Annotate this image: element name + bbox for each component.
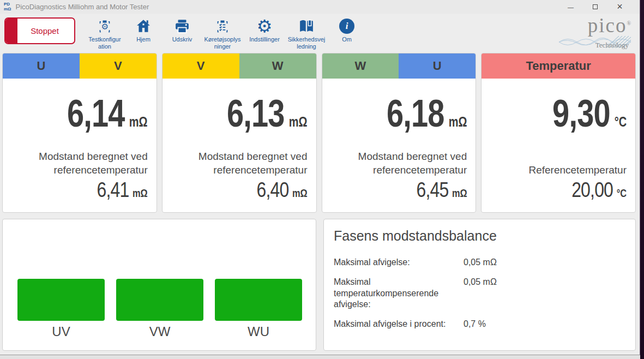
phase-resistance-balance-panel: Fasens modstandsbalance Maksimal afvigel… — [323, 219, 636, 351]
resistance-value: 6,14 — [67, 92, 125, 135]
resistance-value: 6,13 — [227, 92, 285, 135]
clipboard-gear-icon: ⚙ — [97, 17, 112, 35]
balance-rows: Maksimal afvigelse: 0,05 mΩ Maksimal tem… — [334, 257, 625, 330]
toolbar-label: Udskriv — [172, 36, 192, 43]
card-description: Modstand beregnet ved referencetemperatu… — [169, 148, 308, 177]
phase-label-u: U — [399, 53, 476, 79]
bar-group-uv: UV — [17, 279, 105, 339]
reference-temperature-value: 20,00 — [571, 178, 613, 202]
toolbar-label: Indstillinger — [249, 36, 280, 43]
toolbar-item-hjem[interactable]: Hjem — [126, 17, 161, 50]
toolbar-item-sikkerhedsvejledning[interactable]: Sikkerhedsvejledning — [287, 17, 326, 50]
card-body: 6,18mΩ Modstand beregnet ved referencete… — [322, 79, 476, 212]
resistance-unit: mΩ — [289, 114, 308, 130]
printer-icon — [174, 17, 190, 35]
status-stopped-button[interactable]: Stoppet — [4, 17, 75, 44]
logo-tagline: Technology — [562, 41, 632, 50]
window-bottom-edge — [0, 355, 640, 359]
reference-resistance-unit: mΩ — [133, 187, 148, 200]
bar-uv — [17, 279, 105, 321]
measurement-cards: U V 6,14mΩ Modstand beregnet ved referen… — [2, 53, 636, 213]
balance-row-label: Maksimal afvigelse: — [334, 257, 464, 268]
registered-mark: ® — [627, 20, 632, 26]
bar-vw — [116, 279, 203, 321]
app-icon-line2: mΩ — [4, 7, 11, 11]
toolbar-label: Sikkerhedsvejledning — [287, 36, 326, 50]
balance-row-value: 0,05 mΩ — [464, 277, 625, 310]
bar-label-uv: UV — [52, 324, 70, 339]
bar-label-wu: WU — [248, 324, 269, 339]
balance-row-value: 0,7 % — [464, 319, 625, 330]
status-label: Stoppet — [31, 26, 59, 35]
temperature-value: 9,30 — [552, 92, 610, 135]
app-icon: PD mΩ — [4, 2, 11, 11]
phase-label-u: U — [3, 53, 80, 79]
minimize-icon: — — [568, 4, 574, 10]
balance-row-value: 0,05 mΩ — [464, 257, 625, 268]
card-body: 6,14mΩ Modstand beregnet ved referencete… — [3, 79, 157, 212]
phase-label-w: W — [239, 53, 316, 79]
card-body: 9,30°C Referencetemperatur 20,00°C — [482, 79, 635, 212]
pico-technology-logo: pico® Technology — [562, 15, 632, 50]
balance-row-label: Maksimal temperaturkompenserende afvigel… — [334, 277, 464, 310]
bar-chart: UV VW WU — [17, 279, 302, 339]
toolbar-label: Testkonfiguration — [87, 36, 122, 50]
maximize-button[interactable] — [583, 0, 607, 14]
close-button[interactable]: × — [607, 0, 632, 14]
phase-card-uv: U V 6,14mΩ Modstand beregnet ved referen… — [2, 53, 157, 213]
reference-resistance-unit: mΩ — [452, 187, 467, 200]
card-description: Modstand beregnet ved referencetemperatu… — [329, 148, 467, 177]
window-title: PicoDiagnostics Milliohm and Motor Teste… — [16, 3, 149, 11]
minimize-button[interactable]: — — [558, 0, 583, 14]
bar-label-vw: VW — [149, 324, 171, 339]
toolbar-item-udskriv[interactable]: Udskriv — [165, 17, 200, 50]
bottom-panels: UV VW WU Fasens modstandsbalance Maksima… — [2, 219, 636, 351]
reference-resistance-value: 6,45 — [416, 178, 448, 202]
info-glyph: i — [346, 21, 348, 32]
clipboard-checklist-icon — [215, 17, 230, 35]
phase-balance-chart-panel: UV VW WU — [2, 219, 316, 351]
toolbar-item-koretojsoplysninger[interactable]: Køretøjsoplysninger — [203, 17, 242, 50]
app-window: PD mΩ PicoDiagnostics Milliohm and Motor… — [0, 0, 640, 355]
balance-row-label: Maksimal afvigelse i procent: — [334, 319, 464, 330]
gear-icon: ⚙ — [257, 17, 273, 35]
resistance-unit: mΩ — [129, 114, 148, 130]
svg-text:⚙: ⚙ — [101, 22, 109, 32]
reference-resistance-value: 6,41 — [97, 178, 129, 202]
window-controls: — × — [558, 0, 632, 14]
reference-resistance-value: 6,40 — [256, 178, 288, 202]
close-icon: × — [617, 1, 623, 13]
card-header: W U — [322, 53, 476, 79]
bar-group-wu: WU — [215, 279, 302, 339]
temperature-header-label: Temperatur — [482, 53, 635, 79]
card-header: U V — [3, 53, 157, 79]
logo-name: pico® — [562, 15, 632, 35]
bar-wu — [215, 279, 302, 321]
toolbar-item-om[interactable]: i Om — [329, 17, 364, 50]
card-header: V W — [162, 53, 316, 79]
bar-group-vw: VW — [116, 279, 203, 339]
toolbar-label: Hjem — [136, 36, 151, 43]
temperature-unit: °C — [615, 114, 627, 130]
book-icon — [298, 17, 315, 35]
phase-label-v: V — [162, 53, 239, 79]
gear-glyph: ⚙ — [257, 17, 273, 35]
toolbar-item-indstillinger[interactable]: ⚙ Indstillinger — [245, 17, 284, 50]
toolbar-items: ⚙ Testkonfiguration Hjem — [87, 17, 364, 50]
reference-temperature-unit: °C — [617, 187, 627, 200]
phase-label-w: W — [322, 53, 399, 79]
temperature-card: Temperatur 9,30°C Referencetemperatur 20… — [481, 53, 636, 213]
toolbar-item-testkonfiguration[interactable]: ⚙ Testkonfiguration — [87, 17, 122, 50]
card-description: Referencetemperatur — [528, 148, 627, 177]
title-bar: PD mΩ PicoDiagnostics Milliohm and Motor… — [0, 0, 640, 14]
resistance-value: 6,18 — [387, 92, 444, 135]
toolbar: Stoppet ⚙ Testkonfiguration — [0, 14, 640, 52]
info-icon: i — [339, 17, 354, 35]
toolbar-label: Om — [342, 36, 352, 43]
card-body: 6,13mΩ Modstand beregnet ved referencete… — [162, 79, 316, 212]
phase-card-vw: V W 6,13mΩ Modstand beregnet ved referen… — [162, 53, 317, 213]
status-red-block — [5, 19, 17, 43]
maximize-icon — [593, 4, 598, 9]
reference-resistance-unit: mΩ — [292, 187, 308, 200]
phase-label-v: V — [80, 53, 157, 79]
